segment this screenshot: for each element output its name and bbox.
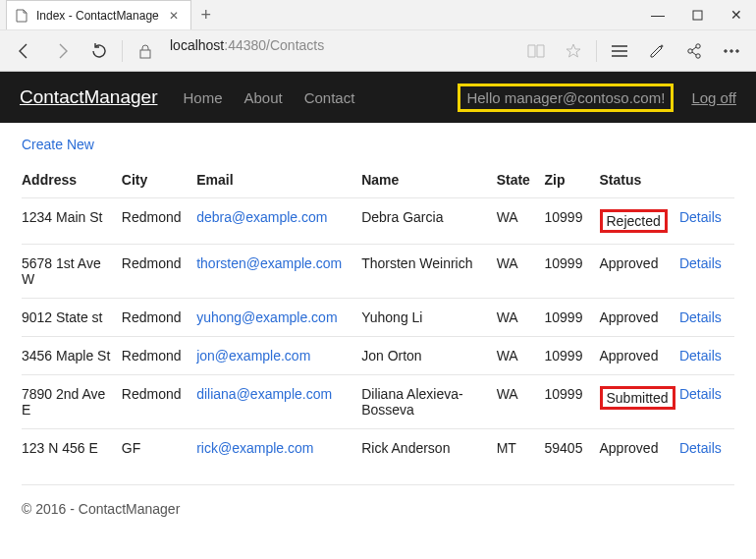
cell-email: diliana@example.com	[196, 375, 361, 429]
th-name: Name	[361, 162, 496, 198]
details-link[interactable]: Details	[679, 209, 722, 225]
hub-icon[interactable]	[601, 32, 638, 70]
page-body: Create New Address City Email Name State…	[0, 123, 756, 476]
svg-point-13	[736, 49, 739, 52]
svg-point-11	[725, 49, 728, 52]
cell-email: jon@example.com	[196, 337, 361, 375]
details-link[interactable]: Details	[679, 386, 722, 402]
cell-state: WA	[497, 198, 545, 245]
address-host: localhost	[170, 37, 224, 53]
svg-point-5	[661, 45, 663, 47]
cell-address: 7890 2nd Ave E	[22, 375, 122, 429]
logoff-link[interactable]: Log off	[691, 89, 736, 106]
nav-contact[interactable]: Contact	[304, 89, 355, 106]
tab-title: Index - ContactManage	[36, 9, 159, 23]
details-link[interactable]: Details	[679, 309, 722, 325]
cell-state: MT	[497, 429, 545, 468]
svg-rect-0	[693, 11, 702, 20]
cell-actions: Details	[679, 429, 734, 468]
table-row: 1234 Main StRedmonddebra@example.comDebr…	[22, 198, 734, 245]
create-new-link[interactable]: Create New	[22, 137, 94, 152]
cell-state: WA	[497, 299, 545, 337]
share-icon[interactable]	[675, 32, 713, 70]
reading-view-icon[interactable]	[517, 32, 555, 70]
cell-email: debra@example.com	[196, 198, 361, 245]
cell-email: yuhong@example.com	[196, 299, 361, 337]
cell-name: Diliana Alexieva-Bosseva	[361, 375, 496, 429]
svg-rect-1	[140, 50, 150, 58]
window-close-button[interactable]: ✕	[717, 7, 756, 23]
cell-state: WA	[497, 337, 545, 375]
th-address: Address	[22, 162, 122, 198]
email-link[interactable]: thorsten@example.com	[196, 255, 342, 271]
cell-email: rick@example.com	[196, 429, 361, 468]
th-city: City	[122, 162, 196, 198]
browser-tab[interactable]: Index - ContactManage ✕	[6, 0, 191, 29]
email-link[interactable]: yuhong@example.com	[196, 309, 337, 325]
cell-status: Approved	[600, 429, 679, 468]
brand-link[interactable]: ContactManager	[20, 86, 157, 108]
cell-name: Thorsten Weinrich	[361, 245, 496, 299]
nav-about[interactable]: About	[243, 89, 282, 106]
cell-name: Jon Orton	[361, 337, 496, 375]
th-zip: Zip	[545, 162, 600, 198]
email-link[interactable]: debra@example.com	[196, 209, 327, 225]
cell-actions: Details	[679, 299, 734, 337]
cell-name: Debra Garcia	[361, 198, 496, 245]
cell-status: Submitted	[600, 375, 679, 429]
refresh-button[interactable]	[81, 32, 118, 70]
address-path: :44380/Contacts	[224, 37, 324, 53]
svg-point-8	[696, 53, 700, 57]
address-bar[interactable]: localhost:44380/Contacts	[164, 37, 517, 65]
cell-zip: 59405	[545, 429, 600, 468]
titlebar: Index - ContactManage ✕ + — ✕	[0, 0, 756, 29]
email-link[interactable]: diliana@example.com	[196, 386, 332, 402]
th-status: Status	[600, 162, 679, 198]
th-email: Email	[196, 162, 361, 198]
svg-line-9	[692, 47, 696, 50]
table-row: 5678 1st Ave WRedmondthorsten@example.co…	[22, 245, 734, 299]
cell-actions: Details	[679, 375, 734, 429]
forward-button[interactable]	[43, 32, 81, 70]
cell-city: GF	[122, 429, 196, 468]
cell-city: Redmond	[122, 299, 196, 337]
cell-zip: 10999	[545, 337, 600, 375]
email-link[interactable]: jon@example.com	[196, 348, 310, 363]
more-icon[interactable]	[713, 32, 750, 70]
cell-state: WA	[497, 375, 545, 429]
status-badge: Rejected	[600, 209, 668, 233]
cell-city: Redmond	[122, 245, 196, 299]
svg-point-7	[696, 43, 700, 47]
web-note-icon[interactable]	[638, 32, 675, 70]
cell-status: Approved	[600, 299, 679, 337]
cell-address: 123 N 456 E	[22, 429, 122, 468]
th-state: State	[497, 162, 545, 198]
new-tab-button[interactable]: +	[191, 5, 221, 26]
table-row: 123 N 456 EGFrick@example.comRick Anders…	[22, 429, 734, 468]
footer: © 2016 - ContactManager	[22, 484, 734, 534]
cell-status: Approved	[600, 337, 679, 375]
nav-home[interactable]: Home	[183, 89, 222, 106]
table-row: 9012 State stRedmondyuhong@example.comYu…	[22, 299, 734, 337]
hello-user[interactable]: Hello manager@contoso.com!	[458, 84, 674, 112]
lock-icon	[127, 32, 164, 70]
cell-address: 3456 Maple St	[22, 337, 122, 375]
window-maximize-button[interactable]	[677, 10, 717, 21]
page-icon	[15, 9, 28, 23]
tab-close-icon[interactable]: ✕	[167, 9, 181, 23]
cell-address: 9012 State st	[22, 299, 122, 337]
details-link[interactable]: Details	[679, 440, 722, 456]
favorite-icon[interactable]	[555, 32, 592, 70]
cell-email: thorsten@example.com	[196, 245, 361, 299]
details-link[interactable]: Details	[679, 255, 722, 271]
cell-actions: Details	[679, 245, 734, 299]
email-link[interactable]: rick@example.com	[196, 440, 313, 456]
browser-chrome: Index - ContactManage ✕ + — ✕ localhost:…	[0, 0, 756, 72]
cell-name: Yuhong Li	[361, 299, 496, 337]
window-minimize-button[interactable]: —	[638, 7, 677, 23]
cell-city: Redmond	[122, 375, 196, 429]
cell-city: Redmond	[122, 198, 196, 245]
back-button[interactable]	[6, 32, 43, 70]
details-link[interactable]: Details	[679, 348, 722, 363]
cell-zip: 10999	[545, 375, 600, 429]
